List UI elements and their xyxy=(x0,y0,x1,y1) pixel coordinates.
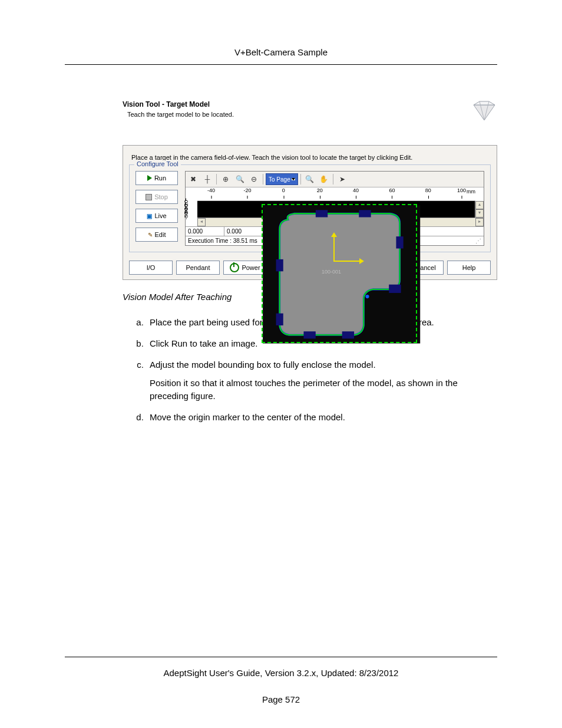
zoom-out-icon[interactable]: ⊖ xyxy=(247,173,260,186)
stop-button[interactable]: Stop xyxy=(135,190,178,204)
dialog-title: Vision Tool - Target Model xyxy=(123,100,234,108)
x-tick: 40 xyxy=(353,187,359,193)
pointer-icon[interactable]: ➤ xyxy=(336,173,349,186)
live-button[interactable]: ▣Live xyxy=(135,209,178,223)
to-page-label: To Page xyxy=(269,176,290,183)
run-button[interactable]: Run xyxy=(135,171,178,185)
x-tick: 20 xyxy=(317,187,323,193)
step-c: Adjust the model bounding box to fully e… xyxy=(146,358,497,403)
configure-tool-fieldset: Configure Tool Run Stop ▣Live ✎Edit ✖ ┼ xyxy=(129,164,491,252)
instruction-text: Place a target in the camera field-of-vi… xyxy=(131,154,488,161)
tool-icon[interactable]: ✖ xyxy=(187,173,200,186)
dialog-subtitle: Teach the target model to be located. xyxy=(127,111,234,118)
camera-icon: ▣ xyxy=(147,213,152,219)
pencil-icon: ✎ xyxy=(148,232,153,238)
scroll-up-icon[interactable]: ▴ xyxy=(475,201,484,209)
footer-rule xyxy=(65,657,497,657)
x-tick: -20 xyxy=(243,187,251,193)
pan-icon[interactable]: ✋ xyxy=(318,173,330,186)
crosshair-icon[interactable]: ┼ xyxy=(201,173,214,186)
x-tick: -40 xyxy=(207,187,215,193)
gem-icon xyxy=(471,100,497,121)
fieldset-legend: Configure Tool xyxy=(134,160,181,167)
vertical-scrollbar[interactable]: ▴▾ xyxy=(475,201,484,218)
x-tick: 80 xyxy=(425,187,431,193)
origin-marker[interactable] xyxy=(318,235,351,268)
io-button[interactable]: I/O xyxy=(129,261,173,275)
ruler-unit: mm xyxy=(467,189,475,195)
stop-label: Stop xyxy=(154,193,168,200)
ruler-x: -40 -20 0 20 40 60 80 100 mm xyxy=(197,187,475,201)
magnify-icon[interactable]: 🔍 xyxy=(303,173,316,186)
viewer-toolbar: ✖ ┼ ⊕ 🔍 ⊖ To Page 🔍 ✋ ➤ xyxy=(186,172,484,187)
x-tick: 60 xyxy=(389,187,395,193)
x-tick: 0 xyxy=(282,187,285,193)
x-tick: 100 xyxy=(457,187,466,193)
to-page-dropdown[interactable]: To Page xyxy=(266,173,298,185)
header-rule xyxy=(65,64,497,65)
play-icon xyxy=(147,175,152,181)
chevron-down-icon xyxy=(292,178,295,180)
run-label: Run xyxy=(154,174,166,182)
edit-label: Edit xyxy=(155,231,166,238)
resize-grip-icon[interactable]: ⋰ xyxy=(475,238,481,244)
zoom-in-icon[interactable]: ⊕ xyxy=(219,173,232,186)
part-label: 100-001 xyxy=(322,269,341,275)
scroll-down-icon[interactable]: ▾ xyxy=(475,209,484,218)
svg-marker-0 xyxy=(474,105,495,120)
svg-marker-1 xyxy=(474,101,495,105)
page-header-title: V+Belt-Camera Sample xyxy=(65,47,497,57)
stop-icon xyxy=(146,194,152,200)
camera-canvas[interactable]: 100-001 xyxy=(197,201,475,218)
zoom-icon[interactable]: 🔍 xyxy=(233,173,246,186)
scroll-right-icon[interactable]: ▸ xyxy=(475,218,484,226)
footer-text: AdeptSight User's Guide, Version 3.2.x, … xyxy=(65,668,497,678)
step-d: Move the origin marker to the center of … xyxy=(146,411,497,424)
vision-tool-screenshot: Vision Tool - Target Model Teach the tar… xyxy=(123,100,497,280)
live-label: Live xyxy=(154,212,166,219)
dialog-panel: Place a target in the camera field-of-vi… xyxy=(123,145,497,280)
step-c-detail: Position it so that it almost touches th… xyxy=(150,377,497,403)
edit-button[interactable]: ✎Edit xyxy=(135,228,178,242)
image-viewer: ✖ ┼ ⊕ 🔍 ⊖ To Page 🔍 ✋ ➤ xyxy=(185,171,484,246)
page-number: Page 572 xyxy=(65,694,497,704)
ruler-y: -20 -40 -60 -80 xyxy=(186,201,197,218)
y-tick: -80 xyxy=(183,212,189,220)
